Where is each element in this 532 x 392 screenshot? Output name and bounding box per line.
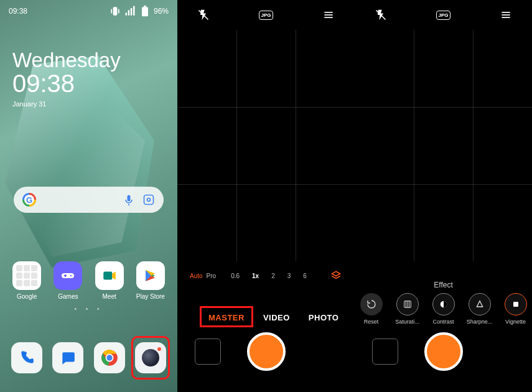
dock-chrome[interactable] <box>94 342 125 373</box>
app-meet[interactable]: Meet <box>92 261 127 300</box>
svg-rect-28 <box>513 302 518 307</box>
home-screen: 09:38 96% Wednesday 09:38 January 31 Goo… <box>0 0 177 392</box>
clock-day: Wednesday <box>12 49 121 72</box>
effect-label: Reset <box>357 319 386 325</box>
app-games[interactable]: Games <box>50 261 85 300</box>
mode-video[interactable]: VIDEO <box>263 313 290 322</box>
highlight-camera-app <box>131 336 170 380</box>
google-search-bar[interactable] <box>14 187 164 213</box>
last-shot-thumbnail[interactable] <box>372 338 398 365</box>
format-badge[interactable]: JPG <box>436 11 450 20</box>
effect-contrast[interactable]: Contrast <box>429 293 459 325</box>
dock-phone[interactable] <box>11 342 42 373</box>
shutter-button[interactable] <box>247 332 286 371</box>
mic-icon[interactable] <box>123 194 135 206</box>
battery-icon <box>139 5 151 17</box>
effect-label: Vignette <box>501 319 531 325</box>
mode-auto[interactable]: Auto <box>190 273 203 279</box>
format-badge[interactable]: JPG <box>259 11 273 20</box>
vignette-icon <box>505 293 527 315</box>
lens-icon[interactable] <box>142 194 155 206</box>
mode-photo[interactable]: PHOTO <box>309 313 339 322</box>
games-icon <box>54 261 82 290</box>
svg-rect-10 <box>65 274 66 277</box>
viewfinder-grid <box>177 30 355 261</box>
google-logo-icon <box>22 193 36 207</box>
camera-screen-effects: JPG Effect Reset Saturati... Contrast Sh… <box>355 0 532 392</box>
viewfinder-grid <box>355 30 532 261</box>
effect-saturation[interactable]: Saturati... <box>393 293 422 325</box>
clock-date: January 31 <box>12 100 121 108</box>
app-row: Google Games Meet Play Store <box>0 261 177 300</box>
google-folder-icon <box>12 261 41 290</box>
shutter-bar <box>355 330 532 373</box>
effect-label: Sharpne... <box>465 319 495 325</box>
camera-top-bar: JPG <box>355 0 532 30</box>
mode-pro[interactable]: Pro <box>207 273 217 279</box>
shutter-bar <box>177 330 355 373</box>
menu-icon[interactable] <box>322 9 335 21</box>
contrast-icon <box>432 293 455 315</box>
app-label: Play Store <box>136 293 165 300</box>
effect-vignette[interactable]: Vignette <box>501 293 531 325</box>
svg-rect-7 <box>62 273 74 278</box>
svg-rect-1 <box>111 9 112 14</box>
effect-sharpness[interactable]: Sharpne... <box>465 293 495 325</box>
saturation-icon <box>396 293 419 315</box>
svg-rect-0 <box>113 7 118 15</box>
last-shot-thumbnail[interactable] <box>195 338 221 365</box>
svg-rect-4 <box>144 6 146 7</box>
svg-rect-3 <box>142 7 148 16</box>
shutter-button[interactable] <box>424 332 463 371</box>
clock-time: 09:38 <box>12 70 121 98</box>
zoom-6[interactable]: 6 <box>303 273 307 279</box>
status-bar: 09:38 96% <box>0 0 177 22</box>
vibrate-icon <box>109 5 121 17</box>
meet-icon <box>95 261 124 290</box>
svg-rect-11 <box>103 272 112 280</box>
effect-label: Contrast <box>429 319 459 325</box>
zoom-0_6[interactable]: 0.6 <box>231 273 240 279</box>
app-label: Games <box>58 293 78 300</box>
svg-point-14 <box>106 355 112 360</box>
page-indicator: • • • <box>0 306 177 312</box>
app-label: Meet <box>103 293 116 300</box>
app-play-store[interactable]: Play Store <box>133 261 168 300</box>
effect-reset[interactable]: Reset <box>357 293 386 325</box>
camera-screen-modes: JPG Auto Pro 0.6 1x 2 3 6 MASTER VIDEO P… <box>177 0 355 392</box>
dock-messages[interactable] <box>52 342 83 373</box>
signal-icon <box>124 5 136 17</box>
svg-point-6 <box>147 198 151 202</box>
status-time: 09:38 <box>9 7 27 16</box>
app-label: Google <box>17 293 37 300</box>
status-battery-pct: 96% <box>154 7 169 16</box>
status-right: 96% <box>109 5 169 17</box>
reset-icon <box>360 293 383 315</box>
effect-label: Saturati... <box>393 319 422 325</box>
sharpness-icon <box>469 293 491 315</box>
menu-icon[interactable] <box>500 9 512 21</box>
zoom-1x[interactable]: 1x <box>252 273 259 279</box>
effect-row[interactable]: Reset Saturati... Contrast Sharpne... Vi… <box>355 293 532 325</box>
svg-rect-2 <box>118 9 119 14</box>
app-google-folder[interactable]: Google <box>9 261 44 300</box>
layers-icon[interactable] <box>330 269 342 282</box>
flash-off-icon[interactable] <box>197 9 210 21</box>
camera-top-bar: JPG <box>177 0 355 30</box>
zoom-bar[interactable]: Auto Pro 0.6 1x 2 3 6 <box>177 268 355 284</box>
svg-rect-5 <box>144 195 154 205</box>
zoom-2[interactable]: 2 <box>271 273 275 279</box>
effect-heading: Effect <box>355 281 532 289</box>
highlight-master-mode <box>200 306 253 327</box>
clock-widget[interactable]: Wednesday 09:38 January 31 <box>12 49 121 108</box>
flash-off-icon[interactable] <box>375 9 387 21</box>
svg-point-8 <box>70 275 72 276</box>
zoom-3[interactable]: 3 <box>287 273 291 279</box>
play-store-icon <box>136 261 165 290</box>
